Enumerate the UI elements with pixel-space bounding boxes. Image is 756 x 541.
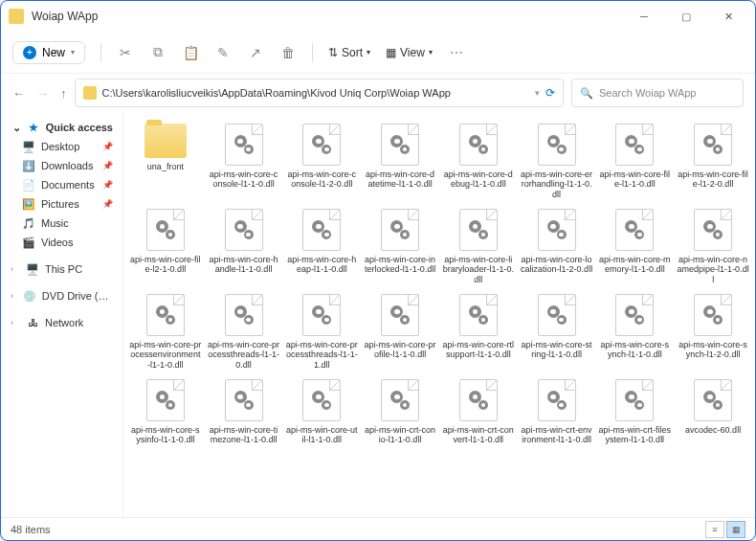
search-input[interactable]: 🔍 Search Woiap WApp [571,79,744,107]
dll-icon [225,124,263,166]
file-item[interactable]: api-ms-win-core-file-l1-1-0.dll [597,120,674,203]
file-item[interactable]: api-ms-win-core-memory-l1-1-0.dll [597,205,674,288]
file-name: api-ms-win-core-datetime-l1-1-0.dll [364,169,436,190]
file-item[interactable]: api-ms-win-core-debug-l1-1-0.dll [440,120,517,203]
file-item[interactable]: api-ms-win-core-sysinfo-l1-1-0.dll [127,375,204,449]
sidebar-this-pc[interactable]: › 🖥️ This PC [1,259,122,279]
file-name: api-ms-win-core-handle-l1-1-0.dll [208,255,280,275]
file-item[interactable]: api-ms-win-crt-filesystem-l1-1-0.dll [597,375,674,449]
file-item[interactable]: api-ms-win-core-timezone-l1-1-0.dll [206,375,282,449]
item-icon: 📄 [22,178,35,192]
dll-icon [146,294,185,336]
sidebar-network[interactable]: › 🖧 Network [1,313,122,332]
sidebar-item[interactable]: 🎬Videos [1,233,122,252]
dll-icon [694,209,732,251]
file-item[interactable]: api-ms-win-core-console-l1-2-0.dll [284,120,361,203]
sort-button[interactable]: ⇅ Sort ▾ [328,46,370,59]
view-icon: ▦ [386,46,396,59]
back-button[interactable]: ← [12,86,25,101]
file-item[interactable]: api-ms-win-core-errorhandling-l1-1-0.dll [519,120,595,203]
file-item[interactable]: api-ms-win-crt-conio-l1-1-0.dll [362,375,438,449]
item-icon: 🎬 [22,236,35,249]
chevron-down-icon: ▾ [367,48,370,56]
file-item[interactable]: api-ms-win-core-util-l1-1-0.dll [284,375,361,449]
paste-icon[interactable]: 📋 [182,44,199,61]
file-name: avcodec-60.dll [685,425,741,435]
file-item[interactable]: api-ms-win-core-heap-l1-1-0.dll [284,205,361,288]
file-name: api-ms-win-core-rtlsupport-l1-1-0.dll [442,340,515,360]
dll-icon [459,294,498,336]
more-button[interactable]: ⋯ [448,44,465,61]
sidebar-quick-access[interactable]: ⌄ ★ Quick access [1,118,122,137]
dll-icon [381,209,419,251]
maximize-button[interactable]: ▢ [667,3,705,30]
minimize-button[interactable]: ─ [625,3,663,30]
new-label: New [42,46,65,59]
copy-icon[interactable]: ⧉ [149,44,167,61]
close-button[interactable]: ✕ [709,3,747,30]
file-item[interactable]: api-ms-win-core-profile-l1-1-0.dll [362,290,438,373]
forward-button[interactable]: → [36,86,49,101]
file-item[interactable]: api-ms-win-crt-convert-l1-1-0.dll [440,375,517,449]
sidebar-item[interactable]: 🖼️Pictures📌 [1,194,122,214]
file-item[interactable]: api-ms-win-core-console-l1-1-0.dll [206,120,282,203]
chevron-down-icon: ⌄ [11,121,22,134]
sidebar-dvd-drive[interactable]: › 💿 DVD Drive (D:) CCCC [1,286,122,305]
toolbar: + New ▾ ✂ ⧉ 📋 ✎ ↗ 🗑 ⇅ Sort ▾ ▦ View ▾ ⋯ [1,32,755,74]
file-item[interactable]: api-ms-win-core-processthreads-l1-1-0.dl… [206,290,282,373]
pin-icon: 📌 [102,142,113,151]
star-icon: ★ [28,121,39,134]
pin-icon: 📌 [102,180,113,190]
file-name: api-ms-win-core-file-l2-1-0.dll [129,255,202,275]
up-button[interactable]: ↑ [60,86,67,101]
file-item[interactable]: api-ms-win-core-localization-l1-2-0.dll [519,205,595,288]
file-item[interactable]: api-ms-win-core-processthreads-l1-1-1.dl… [284,290,361,373]
dll-icon [538,294,576,336]
file-item[interactable]: api-ms-win-core-datetime-l1-1-0.dll [362,120,438,203]
refresh-icon[interactable]: ⟳ [545,86,555,100]
share-icon[interactable]: ↗ [247,44,264,61]
file-grid[interactable]: una_frontapi-ms-win-core-console-l1-1-0.… [123,112,755,517]
sidebar-item[interactable]: 📄Documents📌 [1,175,122,194]
icons-view-button[interactable]: ▦ [726,521,745,538]
file-item[interactable]: api-ms-win-core-processenvironment-l1-1-… [127,290,204,373]
item-label: Videos [41,237,73,248]
file-name: api-ms-win-core-sysinfo-l1-1-0.dll [129,425,202,445]
file-item[interactable]: api-ms-win-core-handle-l1-1-0.dll [206,205,282,288]
file-item[interactable]: api-ms-win-core-namedpipe-l1-1-0.dll [675,205,751,288]
file-item[interactable]: api-ms-win-core-string-l1-1-0.dll [519,290,595,373]
folder-icon [83,86,97,100]
details-view-button[interactable]: ≡ [705,521,724,538]
file-item[interactable]: api-ms-win-core-libraryloader-l1-1-0.dll [440,205,517,288]
main-area: ⌄ ★ Quick access 🖥️Desktop📌⬇️Downloads📌📄… [1,112,755,517]
item-label: Music [41,217,69,229]
file-name: api-ms-win-core-interlocked-l1-1-0.dll [364,255,436,275]
new-button[interactable]: + New ▾ [12,41,85,64]
chevron-down-icon[interactable]: ▾ [535,88,540,98]
file-name: api-ms-win-core-console-l1-2-0.dll [286,169,359,190]
delete-icon[interactable]: 🗑 [279,44,297,61]
file-item[interactable]: api-ms-win-crt-environment-l1-1-0.dll [519,375,595,449]
file-name: api-ms-win-core-errorhandling-l1-1-0.dll [521,169,593,199]
file-name: api-ms-win-crt-environment-l1-1-0.dll [521,425,593,445]
file-item[interactable]: api-ms-win-core-file-l2-1-0.dll [127,205,204,288]
pathbar: ← → ↑ C:\Users\karolisliucveikis\AppData… [1,74,755,112]
sidebar-item[interactable]: 🖥️Desktop📌 [1,137,122,156]
address-bar[interactable]: C:\Users\karolisliucveikis\AppData\Roami… [75,79,565,107]
sidebar-item[interactable]: ⬇️Downloads📌 [1,156,122,175]
rename-icon[interactable]: ✎ [214,44,232,61]
file-item[interactable]: api-ms-win-core-synch-l1-1-0.dll [597,290,674,373]
file-name: una_front [147,162,184,171]
file-item[interactable]: api-ms-win-core-file-l1-2-0.dll [675,120,751,203]
sort-icon: ⇅ [328,46,338,59]
file-item[interactable]: avcodec-60.dll [675,375,751,449]
file-item[interactable]: api-ms-win-core-rtlsupport-l1-1-0.dll [440,290,517,373]
item-label: Documents [41,179,95,191]
file-item[interactable]: api-ms-win-core-interlocked-l1-1-0.dll [362,205,438,288]
titlebar[interactable]: Woiap WApp ─ ▢ ✕ [1,1,755,32]
sidebar-item[interactable]: 🎵Music [1,214,122,233]
view-button[interactable]: ▦ View ▾ [386,46,433,59]
file-item[interactable]: api-ms-win-core-synch-l1-2-0.dll [675,290,751,373]
folder-item[interactable]: una_front [127,120,204,203]
cut-icon[interactable]: ✂ [117,44,134,61]
